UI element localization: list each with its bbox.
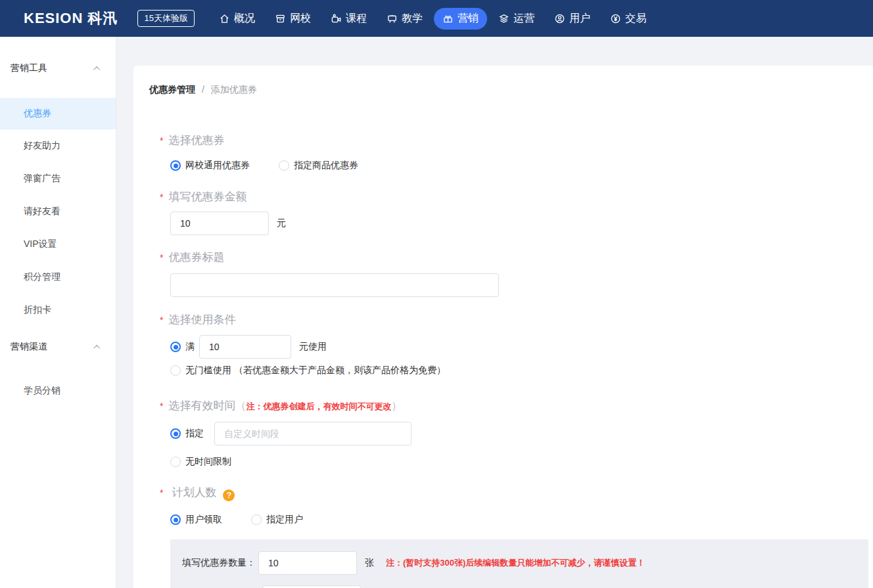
radio-no-threshold[interactable] [170,365,181,376]
required-mark: * [160,192,163,202]
section-coupon-type-heading: *选择优惠券 [160,133,873,148]
nav-label: 教学 [402,12,423,26]
sidebar-item-invite-friend[interactable]: 请好友看 [0,195,116,228]
radio-no-threshold-label[interactable]: 无门槛使用 （若优惠金额大于产品金额，则该产品价格为免费） [185,365,446,376]
required-mark: * [160,401,163,411]
add-coupon-form: *选择优惠券 网校通用优惠券 指定商品优惠券 *填写优惠券金额 元 [149,133,873,588]
sidebar-item-popup-ad[interactable]: 弹窗广告 [0,162,116,195]
main-nav: 概况 网校 课程 教学 营销 运营 用户 交易 [210,8,657,30]
sidebar-item-label: 弹窗广告 [24,173,60,185]
layers-icon [498,13,509,24]
sidebar-group-marketing-tools[interactable]: 营销工具 [0,62,116,75]
radio-custom-time[interactable] [170,428,181,439]
nav-label: 网校 [290,12,311,26]
nav-label: 交易 [625,12,646,26]
breadcrumb-coupon-management[interactable]: 优惠券管理 [149,84,195,95]
valid-time-note: 注：优惠券创建后，有效时间不可更改 [246,401,391,411]
nav-item-overview[interactable]: 概况 [210,8,264,30]
kesion-logo[interactable]: KESION 科汛 [24,9,118,28]
radio-general-coupon[interactable] [170,160,181,171]
trial-version-badge: 15天体验版 [137,10,194,27]
teach-icon [387,13,398,24]
coupon-quantity-panel: 填写优惠券数量： 张 注：(暂时支持300张)后续编辑数量只能增加不可减少，请谨… [170,539,868,588]
radio-user-claim-label[interactable]: 用户领取 [185,514,222,526]
nav-label: 概况 [234,12,255,26]
min-spend-unit: 元使用 [299,341,327,353]
nav-item-user[interactable]: 用户 [546,8,599,30]
radio-no-time-limit-label[interactable]: 无时间限制 [185,456,231,468]
nav-item-marketing[interactable]: 营销 [434,8,487,30]
sidebar-group-title: 营销工具 [11,62,47,74]
breadcrumb: 优惠券管理 / 添加优惠券 [149,66,873,95]
breadcrumb-add-coupon: 添加优惠券 [211,84,257,95]
sidebar-item-vip-settings[interactable]: VIP设置 [0,228,116,261]
radio-custom-time-label[interactable]: 指定 [185,428,204,440]
section-amount-heading: *填写优惠券金额 [160,190,873,204]
coupon-quantity-input[interactable] [258,551,357,575]
sidebar-item-label: VIP设置 [24,238,57,250]
home-icon [219,13,230,24]
sidebar-item-label: 折扣卡 [24,304,51,316]
required-mark: * [160,135,163,146]
radio-product-coupon-label[interactable]: 指定商品优惠券 [294,160,358,171]
min-spend-input[interactable] [199,335,291,359]
quantity-label: 填写优惠券数量： [182,557,256,569]
nav-item-school[interactable]: 网校 [266,8,319,30]
coupon-amount-input[interactable] [170,212,269,235]
radio-no-time-limit[interactable] [170,457,181,467]
required-mark: * [160,487,163,498]
sidebar-group-title: 营销渠道 [11,341,47,353]
sidebar-item-student-distribution[interactable]: 学员分销 [0,374,116,407]
sidebar-item-friend-boost[interactable]: 好友助力 [0,129,116,162]
nav-label: 课程 [346,12,367,26]
nav-label: 用户 [569,12,590,26]
chevron-up-icon [93,344,100,351]
nav-item-teach[interactable]: 教学 [378,8,431,30]
required-mark: * [160,315,163,325]
user-icon [554,13,565,24]
radio-general-coupon-label[interactable]: 网校通用优惠券 [185,160,250,171]
sidebar-item-points[interactable]: 积分管理 [0,261,116,294]
breadcrumb-divider: / [202,84,204,95]
section-plan-heading: *计划人数? [160,486,873,501]
question-icon[interactable]: ? [223,489,235,501]
coupon-form-card: 优惠券管理 / 添加优惠券 *选择优惠券 网校通用优惠券 指定商品优惠券 [133,66,873,588]
section-title-heading: *优惠券标题 [160,250,873,265]
nav-item-operation[interactable]: 运营 [490,8,543,30]
radio-specified-user[interactable] [251,514,262,525]
required-mark: * [160,252,163,263]
per-user-limit-input[interactable] [262,585,361,588]
sidebar-item-discount-card[interactable]: 折扣卡 [0,294,116,327]
yen-icon [610,13,621,24]
radio-user-claim[interactable] [170,514,181,525]
topbar: KESION 科汛 15天体验版 概况 网校 课程 教学 营销 运营 用户 [0,0,873,37]
radio-min-spend-label[interactable]: 满 [185,341,195,353]
section-condition-heading: *选择使用条件 [160,313,873,327]
sidebar-item-label: 学员分销 [24,385,60,397]
course-icon [331,13,342,24]
gift-icon [442,13,454,24]
nav-label: 运营 [513,12,534,26]
sidebar-group-marketing-channel[interactable]: 营销渠道 [0,340,116,353]
section-valid-time-heading: *选择有效时间（注：优惠券创建后，有效时间不可更改） [160,399,873,414]
sidebar-item-label: 优惠券 [24,108,51,120]
radio-min-spend[interactable] [170,342,181,352]
sidebar-item-coupon[interactable]: 优惠券 [0,98,116,129]
nav-label: 营销 [458,12,479,26]
radio-product-coupon[interactable] [279,160,289,171]
quantity-note: 注：(暂时支持300张)后续编辑数量只能增加不可减少，请谨慎设置！ [386,557,645,569]
sidebar-item-label: 好友助力 [24,140,60,152]
chevron-up-icon [93,66,100,72]
nav-item-trade[interactable]: 交易 [602,8,655,30]
sidebar-item-label: 请好友看 [24,206,60,217]
main-content: 优惠券管理 / 添加优惠券 *选择优惠券 网校通用优惠券 指定商品优惠券 [116,37,873,588]
amount-unit: 元 [277,217,286,229]
nav-item-course[interactable]: 课程 [322,8,375,30]
coupon-title-input[interactable] [170,273,499,297]
custom-time-range-input[interactable] [214,422,412,445]
radio-specified-user-label[interactable]: 指定用户 [266,514,303,526]
quantity-unit: 张 [365,557,374,569]
school-icon [275,13,286,24]
sidebar-item-label: 积分管理 [24,271,60,283]
sidebar: 营销工具 优惠券 好友助力 弹窗广告 请好友看 VIP设置 积分管理 折扣卡 营… [0,37,116,588]
